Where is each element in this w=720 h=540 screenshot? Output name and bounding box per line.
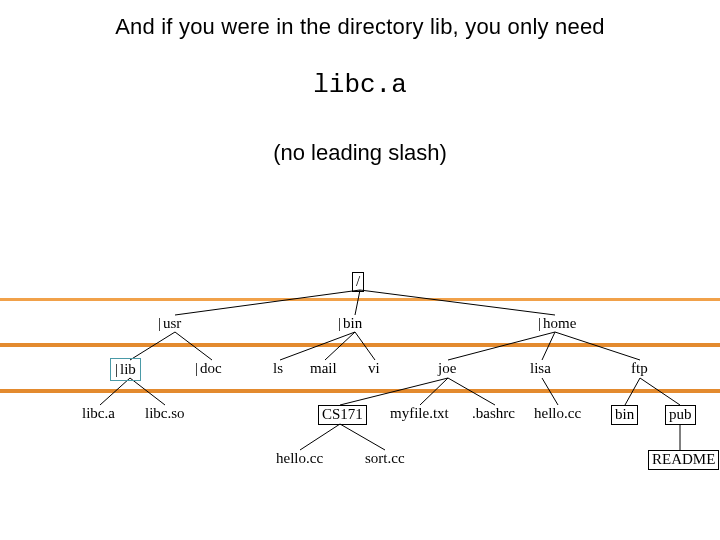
usr-label: usr [163, 315, 181, 331]
svg-line-9 [542, 332, 555, 360]
svg-line-10 [555, 332, 640, 360]
node-doc: |doc [195, 360, 222, 377]
node-cs171: CS171 [318, 405, 367, 425]
node-bashrc: .bashrc [472, 405, 515, 422]
node-myfile: myfile.txt [390, 405, 449, 422]
readme-label: README [648, 450, 719, 470]
pub-label: pub [665, 405, 696, 425]
svg-line-6 [325, 332, 355, 360]
node-vi: vi [368, 360, 380, 377]
svg-line-5 [280, 332, 355, 360]
svg-line-13 [340, 378, 448, 405]
svg-line-1 [355, 290, 360, 315]
svg-line-20 [340, 424, 385, 450]
node-libc-so: libc.so [145, 405, 185, 422]
node-hello: hello.cc [534, 405, 581, 422]
svg-line-2 [360, 290, 555, 315]
node-lisa: lisa [530, 360, 551, 377]
svg-line-3 [130, 332, 175, 360]
node-libc-a: libc.a [82, 405, 115, 422]
node-home: |home [538, 315, 576, 332]
home-label: home [543, 315, 576, 331]
caption-code: libc.a [0, 70, 720, 100]
node-root: / [352, 272, 364, 292]
node-ls: ls [273, 360, 283, 377]
node-lib-highlighted: |lib [110, 358, 141, 381]
node-sort: sort.cc [365, 450, 405, 467]
tree-edges [0, 270, 720, 530]
node-readme: README [648, 450, 719, 470]
node-joe: joe [438, 360, 456, 377]
caption-line-1: And if you were in the directory lib, yo… [0, 14, 720, 40]
bin-label: bin [343, 315, 362, 331]
lib-label: lib [120, 361, 136, 377]
node-mail: mail [310, 360, 337, 377]
svg-line-16 [542, 378, 558, 405]
node-ftp: ftp [631, 360, 648, 377]
svg-line-0 [175, 290, 360, 315]
node-ftp-bin: bin [611, 405, 638, 425]
svg-line-19 [300, 424, 340, 450]
ftp-bin-label: bin [611, 405, 638, 425]
directory-tree: / |usr |bin |home |lib |doc ls mail vi j… [0, 270, 720, 530]
svg-line-11 [100, 378, 130, 405]
root-label: / [352, 272, 364, 292]
svg-line-15 [448, 378, 495, 405]
svg-line-12 [130, 378, 165, 405]
node-hello2: hello.cc [276, 450, 323, 467]
node-pub: pub [665, 405, 696, 425]
svg-line-8 [448, 332, 555, 360]
svg-line-14 [420, 378, 448, 405]
svg-line-17 [625, 378, 640, 405]
svg-line-18 [640, 378, 680, 405]
doc-label: doc [200, 360, 222, 376]
node-bin: |bin [338, 315, 362, 332]
svg-line-7 [355, 332, 375, 360]
caption-line-2: (no leading slash) [0, 140, 720, 166]
svg-line-4 [175, 332, 212, 360]
cs171-label: CS171 [318, 405, 367, 425]
node-usr: |usr [158, 315, 181, 332]
